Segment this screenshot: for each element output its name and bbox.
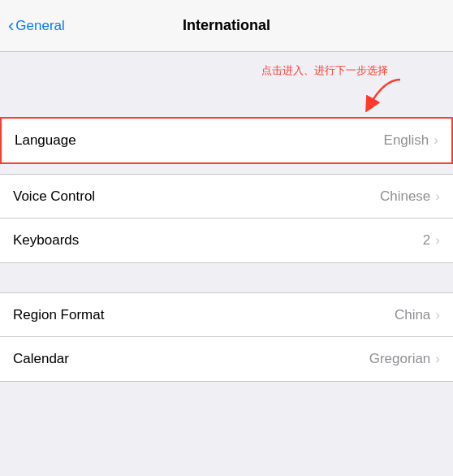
keyboards-value-container: 2 › [423, 232, 440, 249]
voice-keyboards-group: Voice Control Chinese › Keyboards 2 › [0, 174, 453, 263]
voice-control-value: Chinese [380, 188, 430, 205]
calendar-value: Gregorian [369, 351, 431, 367]
region-format-chevron-icon: › [435, 307, 440, 323]
keyboards-row[interactable]: Keyboards 2 › [0, 219, 453, 262]
voice-control-label: Voice Control [13, 188, 95, 205]
language-value-container: English › [384, 132, 438, 149]
keyboards-label: Keyboards [13, 232, 79, 249]
calendar-chevron-icon: › [435, 351, 440, 367]
keyboards-chevron-icon: › [435, 232, 440, 249]
annotation-area: 点击进入、进行下一步选择 [0, 52, 453, 117]
back-button[interactable]: ‹ General [8, 15, 65, 37]
region-format-value-container: China › [395, 307, 440, 323]
language-label: Language [15, 132, 76, 149]
voice-control-row[interactable]: Voice Control Chinese › [0, 175, 453, 219]
page-title: International [183, 17, 270, 34]
annotation-arrow [360, 76, 408, 112]
language-group: Language English › [0, 117, 453, 164]
calendar-label: Calendar [13, 351, 69, 367]
nav-bar: ‹ General International [0, 0, 453, 52]
language-row[interactable]: Language English › [2, 119, 451, 162]
calendar-value-container: Gregorian › [369, 351, 440, 367]
back-chevron-icon: ‹ [8, 15, 14, 37]
region-format-row[interactable]: Region Format China › [0, 293, 453, 337]
voice-control-value-container: Chinese › [380, 188, 440, 205]
voice-control-chevron-icon: › [435, 188, 440, 205]
region-calendar-group: Region Format China › Calendar Gregorian… [0, 292, 453, 382]
back-label: General [15, 18, 64, 34]
region-format-label: Region Format [13, 307, 104, 323]
keyboards-value: 2 [423, 232, 430, 249]
separator-2 [0, 263, 453, 292]
region-format-value: China [395, 307, 430, 323]
language-chevron-icon: › [434, 132, 438, 149]
separator-1 [0, 164, 453, 174]
calendar-row[interactable]: Calendar Gregorian › [0, 337, 453, 381]
language-value: English [384, 132, 429, 149]
